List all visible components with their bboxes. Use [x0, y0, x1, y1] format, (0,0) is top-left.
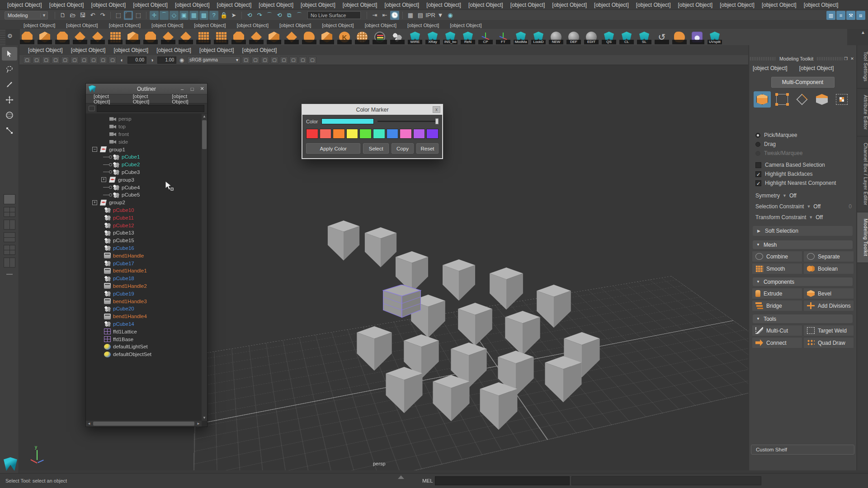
select-component-icon[interactable]: ⬚ — [134, 11, 143, 20]
poly-diamond-icon[interactable] — [73, 30, 87, 44]
panel-menu-item[interactable]: [object Object] — [109, 47, 152, 53]
shelf-tab[interactable]: [object Object] — [402, 22, 444, 29]
shelf-tab[interactable]: [object Object] — [61, 22, 103, 29]
outliner-horizontal-scrollbar[interactable]: ◄ ► — [86, 421, 202, 427]
rotate-tool-button[interactable] — [2, 108, 17, 122]
sidebar-vertical-tab[interactable]: Modeling Toolkit — [857, 212, 868, 263]
shelf-tab[interactable]: [object Object] — [444, 22, 487, 29]
layout-hypershade-button[interactable] — [4, 245, 15, 255]
sidebar-vertical-tab[interactable]: Tool Settings — [857, 45, 868, 89]
snap-projected-center-icon[interactable]: ▣ — [179, 11, 189, 20]
highlight-nearest-component-checkbox[interactable]: ✓Highlight Nearest Component — [755, 180, 836, 186]
color-slider[interactable] — [377, 121, 439, 122]
menu-item[interactable]: [object Object] — [381, 2, 423, 8]
bevel-button[interactable]: Bevel — [803, 288, 854, 299]
layout-persp-outliner-button[interactable] — [4, 220, 15, 230]
outliner-item[interactable]: pCube2 — [86, 161, 202, 169]
open-editor-left-icon[interactable]: ⇥ — [370, 11, 379, 20]
select-hierarchy-icon[interactable]: ⬚ — [114, 11, 123, 20]
palette-swatch[interactable] — [333, 129, 345, 139]
wire-shelf-icon[interactable]: WIRE — [408, 30, 422, 44]
edge-mode-icon[interactable] — [793, 91, 811, 108]
expand-toggle-icon[interactable]: − — [92, 147, 97, 152]
dialog-button[interactable]: Reset — [416, 143, 439, 154]
selection-constraint-dropdown[interactable]: Selection Constraint▼Off 0 — [755, 203, 852, 210]
poly-cube-object[interactable] — [456, 303, 494, 347]
extrude-button[interactable]: Extrude — [752, 288, 802, 299]
scroll-right-icon[interactable]: ► — [195, 422, 202, 426]
new-scene-icon[interactable]: 🗋 — [58, 11, 67, 20]
menu-item[interactable]: [object Object] — [590, 2, 632, 8]
k-tool-icon[interactable]: K — [337, 30, 352, 44]
pick-marquee-radio[interactable]: Pick/Marquee — [755, 132, 797, 138]
shelf-tab[interactable]: [object Object] — [146, 22, 189, 29]
redo-icon[interactable]: ↷ — [98, 11, 107, 20]
curve-snap-icon[interactable]: ↷ — [255, 11, 264, 20]
outliner-item[interactable]: ffd1Base — [86, 335, 202, 343]
outliner-item[interactable]: + group3 — [86, 176, 202, 183]
[object Object][interactable]: ▢ — [42, 56, 50, 64]
toon-icon[interactable]: ◉ — [446, 11, 455, 20]
[object Object][interactable]: ▢ — [90, 56, 98, 64]
lasso-tool-button[interactable] — [2, 62, 17, 76]
select-tool-button[interactable] — [2, 47, 17, 61]
uvsplit-shelf-icon[interactable]: UVsplit — [708, 30, 722, 44]
menu-item[interactable]: [object Object] — [800, 2, 842, 8]
open-scene-icon[interactable]: 🗁 — [68, 11, 77, 20]
menu-item[interactable]: [object Object] — [46, 2, 88, 8]
menu-item[interactable]: [object Object] — [87, 2, 129, 8]
modeling-toolkit-toggle-icon[interactable]: ▥ — [826, 11, 835, 20]
outliner-item[interactable]: pCube14 — [86, 320, 202, 328]
color-space-select[interactable]: sRGB gamma▾ — [187, 56, 241, 64]
[object Object][interactable]: ▢ — [52, 56, 60, 64]
outliner-menu-item[interactable]: [object Object] — [168, 94, 207, 104]
minimize-icon[interactable]: – — [177, 85, 187, 93]
cluster-icon[interactable] — [390, 30, 405, 44]
gamma-icon[interactable]: ◑ — [148, 56, 156, 64]
current-color-swatch[interactable] — [321, 118, 374, 124]
multi-component-button[interactable]: Multi-Component — [771, 77, 835, 88]
menu-item[interactable]: [object Object] — [507, 2, 549, 8]
layout-persp-graph-button[interactable] — [4, 232, 15, 242]
layout-four-pane-button[interactable] — [4, 207, 15, 217]
modma-shelf-icon[interactable]: ModMa — [514, 30, 528, 44]
outliner-item[interactable]: − group1 — [86, 145, 202, 153]
selected-cube-stack[interactable] — [381, 285, 423, 319]
channel-box-toggle-icon[interactable]: ⧈ — [856, 11, 865, 20]
[object Object][interactable]: ▢ — [261, 56, 269, 64]
snap-grid-icon[interactable]: ✛ — [150, 11, 159, 20]
highlight-backfaces-checkbox[interactable]: ✓Highlight Backfaces — [755, 171, 812, 177]
outliner-menu-item[interactable]: [object Object] — [90, 94, 129, 104]
dialog-button[interactable]: Apply Color — [306, 143, 360, 154]
camera-based-selection-checkbox[interactable]: Camera Based Selection — [755, 162, 825, 168]
outliner-item[interactable]: + group2 — [86, 199, 202, 206]
slider-handle[interactable] — [435, 118, 439, 124]
diamond-outline-icon[interactable] — [249, 30, 264, 44]
outliner-item[interactable]: front — [86, 131, 202, 138]
filter-icon[interactable] — [89, 106, 95, 111]
tools-section-header[interactable]: ▼Tools — [753, 314, 853, 323]
outliner-item[interactable]: top — [86, 123, 202, 131]
exposure-icon[interactable]: ◐ — [118, 56, 126, 64]
poly-grid-icon[interactable] — [108, 30, 123, 44]
outliner-item[interactable]: pCube1 — [86, 153, 202, 161]
mel-command-input[interactable] — [435, 476, 570, 485]
outliner-item[interactable]: pCube12 — [86, 221, 202, 229]
[object Object][interactable]: ▢ — [71, 56, 79, 64]
close-icon[interactable]: ✕ — [849, 56, 855, 61]
sl-shelf-icon[interactable]: SL — [637, 30, 651, 44]
color-marker-titlebar[interactable]: Color Marker x — [302, 105, 442, 115]
panel-menu-item[interactable]: [object Object] — [238, 47, 281, 53]
poly-cube-object[interactable] — [543, 356, 584, 403]
separate-button[interactable]: Separate — [803, 251, 854, 262]
outliner-item[interactable]: side — [86, 138, 202, 145]
panel-menu-item[interactable]: [object Object] — [152, 47, 195, 53]
new-shelf-icon[interactable]: NEW — [549, 30, 563, 44]
link-icon[interactable]: ⧉ — [285, 11, 294, 20]
outliner-item[interactable]: pCube4 — [86, 183, 202, 191]
layout-single-pane-button[interactable] — [4, 194, 15, 204]
snap-point-icon[interactable]: ◇ — [170, 11, 179, 20]
mesh-circle-icon[interactable] — [231, 30, 246, 44]
palette-swatch[interactable] — [400, 129, 412, 139]
outliner-item[interactable]: bend1Handle2 — [86, 282, 202, 290]
